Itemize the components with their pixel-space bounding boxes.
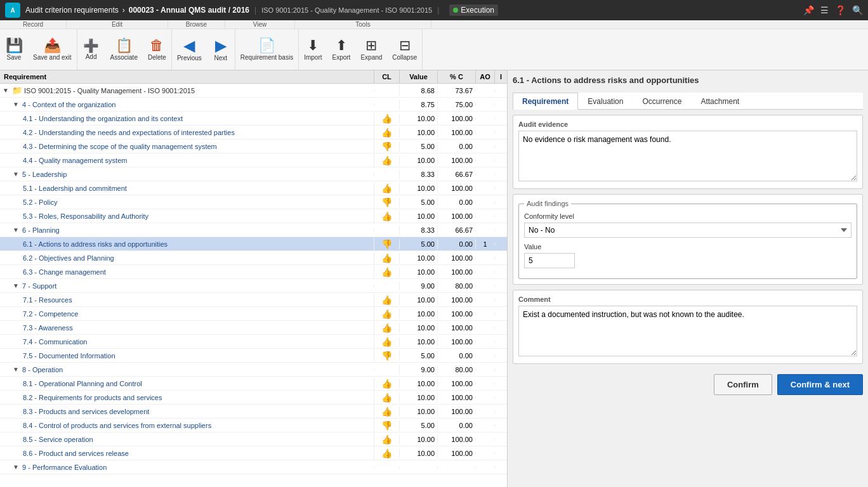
tree-row[interactable]: ▼8 - Operation9.0080.00: [0, 363, 507, 377]
tree-row[interactable]: ▼📁ISO 9001:2015 - Quality Management - I…: [0, 84, 507, 98]
tree-row[interactable]: 7.2 - Competence👍10.00100.00: [0, 307, 507, 321]
tree-row[interactable]: 5.3 - Roles, Responsability and Authorit…: [0, 209, 507, 223]
tree-row-cl: [374, 103, 399, 106]
audit-evidence-textarea[interactable]: [518, 131, 857, 181]
tree-row-ao: [475, 229, 494, 231]
tree-row-label: 7.4 - Communication: [0, 337, 374, 347]
tree-row[interactable]: 8.6 - Product and services release👍10.00…: [0, 446, 507, 460]
thumb-up-icon: 👍: [381, 406, 392, 417]
tab-evaluation[interactable]: Evaluation: [578, 93, 633, 110]
confirm-next-button[interactable]: Confirm & next: [777, 374, 863, 395]
tree-row-pct: 0.00: [437, 351, 475, 361]
tree-row-label: ▼8 - Operation: [0, 365, 374, 375]
tree-row[interactable]: 7.4 - Communication👍10.00100.00: [0, 335, 507, 349]
tree-row-i: [494, 271, 507, 273]
tree-row[interactable]: ▼7 - Support9.0080.00: [0, 279, 507, 293]
pin-icon[interactable]: 📌: [803, 5, 814, 15]
tab-attachment[interactable]: Attachment: [691, 93, 749, 110]
tree-row[interactable]: 6.3 - Change management👍10.00100.00: [0, 265, 507, 279]
toggle-icon[interactable]: ▼: [13, 282, 20, 289]
tree-row[interactable]: 4.4 - Quality management system👍10.00100…: [0, 153, 507, 167]
import-button[interactable]: ⬇ Import: [299, 29, 327, 70]
value-input[interactable]: [524, 253, 575, 268]
tree-row-ao: [475, 354, 494, 357]
help-icon[interactable]: ❓: [835, 5, 846, 15]
associate-button[interactable]: 📋 Associate: [105, 29, 143, 70]
tree-row-i: [494, 131, 507, 134]
tab-requirement[interactable]: Requirement: [513, 93, 578, 110]
tree-row[interactable]: 7.5 - Documented Information👎5.000.00: [0, 349, 507, 363]
tab-occurrence[interactable]: Occurrence: [633, 93, 691, 110]
tree-row[interactable]: ▼9 - Performance Evaluation: [0, 460, 507, 474]
tree-row-value: 5.00: [399, 141, 437, 152]
toggle-icon[interactable]: ▼: [13, 226, 20, 233]
tree-header: Requirement CL Value % C AO I: [0, 70, 507, 84]
tree-row-label: 7.2 - Competence: [0, 309, 374, 319]
tree-row[interactable]: 7.3 - Awareness👍10.00100.00: [0, 321, 507, 335]
thumb-up-icon: 👍: [381, 309, 392, 319]
tree-row-ao: [475, 257, 494, 259]
row-text: 6 - Planning: [22, 226, 60, 234]
tree-row[interactable]: 6.2 - Objectives and Planning👍10.00100.0…: [0, 251, 507, 265]
tree-row[interactable]: 4.2 - Understanding the needs and expect…: [0, 126, 507, 140]
delete-button[interactable]: 🗑 Delete: [143, 29, 171, 70]
tree-row-cl: 👍: [374, 252, 399, 264]
associate-label: Associate: [110, 54, 138, 61]
conformity-level-select[interactable]: No - No Yes - Yes Partial N/A: [524, 223, 852, 238]
row-text: ISO 9001:2015 - Quality Management - ISO…: [24, 87, 195, 94]
tree-row-label: 6.3 - Change management: [0, 267, 374, 277]
export-button[interactable]: ⬆ Export: [327, 29, 356, 70]
toolbar-group-record: 💾 Save 📤 Save and exit: [0, 29, 77, 70]
tree-row-pct: 75.00: [437, 100, 475, 110]
toggle-icon[interactable]: ▼: [3, 87, 10, 94]
tree-row[interactable]: ▼6 - Planning8.3366.67: [0, 223, 507, 237]
comment-textarea[interactable]: [518, 306, 857, 356]
tree-row[interactable]: 8.3 - Products and services development👍…: [0, 405, 507, 419]
previous-button[interactable]: ◀ Previous: [172, 29, 207, 70]
tree-body: ▼📁ISO 9001:2015 - Quality Management - I…: [0, 84, 507, 487]
toggle-icon[interactable]: ▼: [13, 171, 20, 178]
toggle-icon[interactable]: ▼: [13, 366, 20, 373]
save-button[interactable]: 💾 Save: [0, 29, 28, 70]
tree-row[interactable]: 6.1 - Actions to address risks and oppor…: [0, 237, 507, 251]
toolbar-group-label-view: View: [225, 20, 295, 29]
tree-row-pct: [437, 466, 475, 469]
save-exit-button[interactable]: 📤 Save and exit: [28, 29, 77, 70]
thumb-up-icon: 👍: [381, 183, 392, 193]
tree-row[interactable]: 4.1 - Understanding the organization and…: [0, 112, 507, 126]
export-label: Export: [332, 54, 351, 61]
tree-row[interactable]: ▼4 - Context of the organization8.7575.0…: [0, 98, 507, 112]
expand-button[interactable]: ⊞ Expand: [355, 29, 387, 70]
tree-row[interactable]: ▼5 - Leadership8.3366.67: [0, 167, 507, 181]
tree-row-i: [494, 466, 507, 469]
audit-findings-legend: Audit findings: [524, 200, 571, 207]
tree-row-pct: 66.67: [437, 225, 475, 235]
tree-row-pct: 100.00: [437, 253, 475, 263]
tree-row[interactable]: 8.2 - Requirements for products and serv…: [0, 391, 507, 405]
tree-row[interactable]: 4.3 - Determining the scope of the quali…: [0, 140, 507, 153]
tree-row[interactable]: 8.4 - Control of products and services f…: [0, 419, 507, 432]
tree-row[interactable]: 8.5 - Service operation👍10.00100.00: [0, 432, 507, 446]
tree-row-cl: 👎: [374, 349, 399, 362]
confirm-button[interactable]: Confirm: [714, 374, 772, 395]
tree-row[interactable]: 5.2 - Policy👎5.000.00: [0, 195, 507, 209]
toggle-icon[interactable]: ▼: [13, 101, 20, 108]
tree-row-i: [494, 424, 507, 427]
tree-row-pct: 100.00: [437, 448, 475, 458]
tree-row[interactable]: 7.1 - Resources👍10.00100.00: [0, 293, 507, 307]
next-button[interactable]: ▶ Next: [207, 29, 235, 70]
toggle-icon[interactable]: ▼: [13, 464, 20, 471]
tree-row-cl: 👎: [374, 419, 399, 432]
search-icon[interactable]: 🔍: [852, 5, 863, 15]
divider1: |: [254, 6, 256, 15]
add-button[interactable]: ➕ Add: [77, 29, 105, 70]
breadcrumb-root[interactable]: Audit criterion requirements: [25, 6, 119, 15]
toolbar-group-tools: ⬇ Import ⬆ Export ⊞ Expand ⊟ Collapse: [299, 29, 423, 70]
tree-row-value: 10.00: [399, 253, 437, 263]
tree-row[interactable]: 8.1 - Operational Planning and Control👍1…: [0, 377, 507, 391]
menu-icon[interactable]: ☰: [820, 5, 829, 15]
req-basis-button[interactable]: 📄 Requirement basis: [235, 29, 298, 70]
tree-row-i: [494, 159, 507, 162]
collapse-button[interactable]: ⊟ Collapse: [387, 29, 422, 70]
tree-row[interactable]: 5.1 - Leadership and commitment👍10.00100…: [0, 181, 507, 195]
